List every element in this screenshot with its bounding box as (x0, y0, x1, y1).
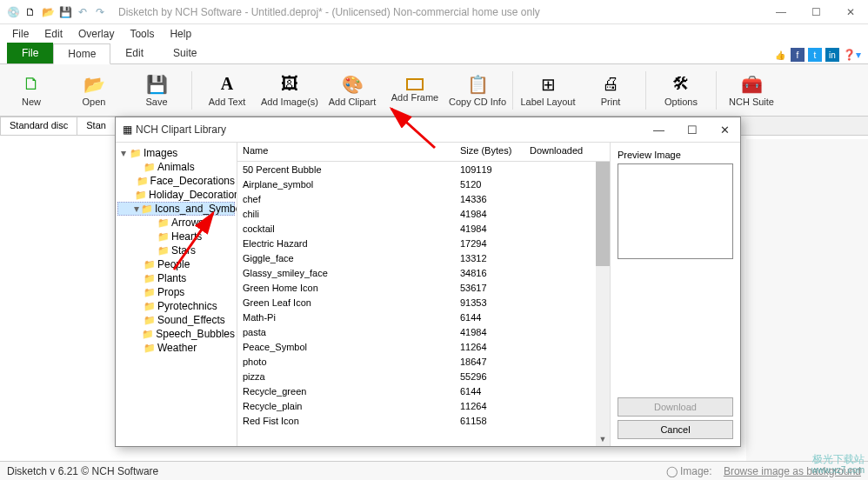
list-body[interactable]: ▲ ▼ 50 Percent Bubble109119Airplane_symb… (237, 162, 610, 446)
scroll-down-icon[interactable]: ▼ (596, 432, 610, 446)
list-item[interactable]: Giggle_face13312 (237, 250, 610, 265)
tree-item-stars[interactable]: Stars (117, 243, 235, 257)
twitter-icon[interactable]: t (808, 48, 822, 62)
like-icon[interactable]: 👍 (773, 48, 787, 62)
list-item[interactable]: pasta41984 (237, 324, 610, 339)
tree-item-animals[interactable]: Animals (117, 160, 235, 174)
app-icon: 💿 (5, 4, 21, 20)
maximize-button[interactable]: ☐ (798, 0, 833, 24)
list-item[interactable]: 50 Percent Bubble109119 (237, 162, 610, 177)
list-item[interactable]: Green Leaf Icon91353 (237, 295, 610, 310)
tree-item-arrows[interactable]: Arrows (117, 216, 235, 230)
window-title: Disketch by NCH Software - Untitled.depr… (118, 6, 764, 18)
print-icon: 🖨 (600, 74, 621, 95)
save-disk-icon: 💾 (146, 74, 167, 95)
nch-suite-button[interactable]: 🧰NCH Suite (720, 66, 783, 115)
list-item[interactable]: Green Home Icon53617 (237, 280, 610, 295)
image-radio-label[interactable]: ◯ Image: (666, 465, 712, 477)
open-icon[interactable]: 📂 (40, 4, 56, 20)
list-item[interactable]: photo18647 (237, 354, 610, 369)
scrollbar-thumb[interactable] (596, 162, 610, 266)
label-layout-button[interactable]: ⊞Label Layout (517, 66, 579, 115)
tree-item-pyrotechnics[interactable]: Pyrotechnics (117, 299, 235, 313)
tree-item-speech_bubbles[interactable]: Speech_Bubbles (117, 327, 235, 341)
save-icon[interactable]: 💾 (57, 4, 73, 20)
tree-item-face_decorations[interactable]: Face_Decorations (117, 174, 235, 188)
tree-item-people[interactable]: People (117, 257, 235, 271)
folder-icon (144, 286, 156, 298)
clipart-list: Name Size (Bytes) Downloaded ▲ ▼ 50 Perc… (237, 143, 610, 446)
clipart-dialog: ▦ NCH Clipart Library — ☐ ✕ ▾ Images Ani… (115, 117, 741, 447)
tree-item-icons_and_symbols[interactable]: ▾ Icons_and_Symbols (117, 202, 235, 216)
tree-item-plants[interactable]: Plants (117, 271, 235, 285)
dialog-close-button[interactable]: ✕ (717, 123, 733, 137)
list-item[interactable]: Airplane_symbol5120 (237, 177, 610, 191)
tab-file[interactable]: File (7, 43, 53, 63)
dialog-minimize-button[interactable]: — (650, 123, 668, 137)
list-item[interactable]: Recycle_green6144 (237, 383, 610, 398)
options-button[interactable]: 🛠Options (650, 66, 712, 115)
right-panel (746, 139, 868, 461)
open-folder-icon: 📂 (83, 74, 104, 95)
list-item[interactable]: Glassy_smiley_face34816 (237, 265, 610, 280)
new-button[interactable]: 🗋New (0, 66, 63, 115)
dialog-maximize-button[interactable]: ☐ (684, 123, 701, 137)
tab-home[interactable]: Home (53, 43, 110, 64)
list-item[interactable]: Red Fist Icon61158 (237, 413, 610, 428)
copy-cd-info-button[interactable]: 📋Copy CD Info (446, 66, 509, 115)
folder-icon (135, 189, 147, 201)
facebook-icon[interactable]: f (791, 48, 805, 62)
col-size[interactable]: Size (Bytes) (455, 143, 524, 161)
menu-tools[interactable]: Tools (123, 26, 161, 42)
list-item[interactable]: Electric Hazard17294 (237, 236, 610, 250)
list-item[interactable]: Math-Pi6144 (237, 310, 610, 324)
clipart-icon: 🎨 (342, 74, 363, 95)
menu-file[interactable]: File (5, 26, 36, 42)
add-images-button[interactable]: 🖼Add Image(s) (258, 66, 321, 115)
tree-item-props[interactable]: Props (117, 285, 235, 299)
list-item[interactable]: Recycle_plain11264 (237, 398, 610, 413)
tree-item-sound_effects[interactable]: Sound_Effects (117, 313, 235, 327)
tree-item-holiday_decorations[interactable]: Holiday_Decorations (117, 188, 235, 202)
col-name[interactable]: Name (237, 143, 455, 161)
ribbon-tabs: File Home Edit Suite 👍 f t in ❓▾ (0, 43, 868, 64)
list-item[interactable]: chef14336 (237, 191, 610, 206)
add-frame-button[interactable]: Add Frame (384, 66, 446, 115)
tree-item-weather[interactable]: Weather (117, 341, 235, 355)
folder-tree[interactable]: ▾ Images Animals Face_Decorations Holida… (116, 143, 237, 446)
dialog-titlebar[interactable]: ▦ NCH Clipart Library — ☐ ✕ (116, 117, 740, 142)
tab-suite[interactable]: Suite (158, 43, 211, 63)
cancel-button[interactable]: Cancel (618, 420, 733, 439)
options-icon: 🛠 (671, 74, 691, 95)
tree-item-images[interactable]: ▾ Images (117, 146, 235, 160)
menu-edit[interactable]: Edit (37, 26, 70, 42)
undo-icon[interactable]: ↶ (75, 4, 90, 20)
open-button[interactable]: 📂Open (63, 66, 125, 115)
list-item[interactable]: Peace_Symbol11264 (237, 339, 610, 354)
save-button[interactable]: 💾Save (125, 66, 188, 115)
menu-overlay[interactable]: Overlay (71, 26, 121, 42)
redo-icon[interactable]: ↷ (92, 4, 108, 20)
sectab-standard-disc[interactable]: Standard disc (0, 117, 77, 135)
linkedin-icon[interactable]: in (825, 48, 839, 62)
cd-info-icon: 📋 (467, 74, 488, 95)
download-button[interactable]: Download (618, 397, 733, 417)
tree-item-hearts[interactable]: Hearts (117, 230, 235, 243)
folder-icon (144, 342, 156, 354)
list-item[interactable]: chili41984 (237, 206, 610, 221)
minimize-button[interactable]: — (764, 0, 798, 24)
help-dropdown-icon[interactable]: ❓▾ (843, 49, 861, 61)
close-button[interactable]: ✕ (833, 0, 868, 24)
add-text-button[interactable]: AAdd Text (196, 66, 258, 115)
add-clipart-button[interactable]: 🎨Add Clipart (321, 66, 384, 115)
toolbar: 🗋New 📂Open 💾Save AAdd Text 🖼Add Image(s)… (0, 64, 868, 117)
print-button[interactable]: 🖨Print (579, 66, 642, 115)
menu-help[interactable]: Help (163, 26, 198, 42)
sectab-stan[interactable]: Stan (77, 117, 116, 135)
new-icon[interactable]: 🗋 (23, 4, 38, 20)
dialog-app-icon: ▦ (123, 123, 132, 136)
tab-edit[interactable]: Edit (110, 43, 158, 63)
list-item[interactable]: cocktail41984 (237, 221, 610, 236)
col-downloaded[interactable]: Downloaded (524, 143, 594, 161)
list-item[interactable]: pizza55296 (237, 369, 610, 383)
